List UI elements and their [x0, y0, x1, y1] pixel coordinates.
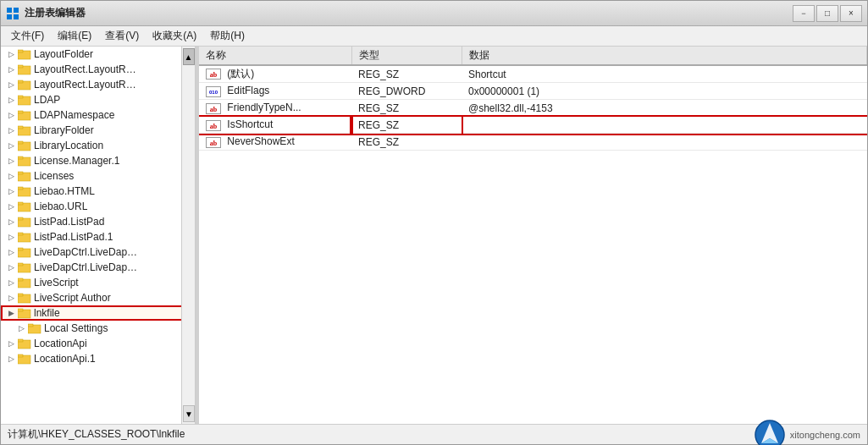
tree-item-localsettings[interactable]: ▷ Local Settings — [1, 321, 195, 336]
tree-item-ldap[interactable]: ▷ LDAP — [1, 92, 195, 107]
svg-rect-31 — [18, 248, 23, 250]
reg-sz-icon: ab — [206, 120, 221, 131]
table-row[interactable]: ab NeverShowExt REG_SZ — [199, 134, 867, 151]
expand-icon: ▷ — [4, 169, 18, 183]
tree-item-listpad1[interactable]: ▷ ListPad.ListPad.1 — [1, 229, 195, 244]
tree-item-ldapnamespace[interactable]: ▷ LDAPNamespace — [1, 107, 195, 123]
tree-item-licenses[interactable]: ▷ Licenses — [1, 168, 195, 184]
folder-icon — [18, 246, 31, 258]
cell-data: @shell32.dll,-4153 — [462, 100, 867, 117]
svg-rect-35 — [18, 278, 23, 281]
tree-item-layoutrect2[interactable]: ▷ LayoutRect.LayoutR… — [1, 77, 195, 92]
expand-icon: ▷ — [4, 78, 18, 91]
expand-icon: ▷ — [4, 93, 18, 107]
cell-type: REG_SZ — [351, 65, 462, 83]
tree-item-livedapctrl1[interactable]: ▷ LiveDapCtrl.LiveDap… — [1, 244, 195, 260]
expand-icon: ▷ — [4, 276, 18, 289]
expand-icon: ▷ — [4, 154, 18, 168]
svg-rect-2 — [7, 14, 12, 19]
folder-icon — [18, 170, 31, 182]
cell-data: Shortcut — [462, 65, 867, 83]
expand-icon: ▷ — [4, 184, 18, 198]
menu-help[interactable]: 帮助(H) — [203, 27, 252, 45]
table-row-isshortcut[interactable]: ab IsShortcut REG_SZ — [199, 117, 867, 134]
folder-icon — [18, 261, 31, 273]
maximize-button[interactable]: □ — [816, 5, 838, 22]
svg-rect-23 — [18, 187, 23, 190]
expand-icon: ▷ — [4, 230, 18, 244]
tree-item-livescript[interactable]: ▷ LiveScript — [1, 275, 195, 290]
reg-sz-icon: ab — [206, 103, 221, 114]
tree-item-layoutfolder[interactable]: ▷ LayoutFolder — [1, 47, 195, 62]
tree-item-listpad[interactable]: ▷ ListPad.ListPad — [1, 214, 195, 229]
svg-rect-19 — [18, 157, 23, 159]
tree-item-livescriptauthor[interactable]: ▷ LiveScript Author — [1, 290, 195, 305]
folder-icon — [28, 322, 41, 334]
tree-item-locationapi1[interactable]: ▷ LocationApi.1 — [1, 351, 195, 366]
title-bar: 注册表编辑器 － □ × — [1, 1, 867, 26]
table-row[interactable]: 010 EditFlags REG_DWORD 0x00000001 (1) — [199, 83, 867, 100]
expand-icon: ▷ — [4, 291, 18, 305]
tree-label: License.Manager.1 — [34, 155, 119, 167]
tree-item-librarylocation[interactable]: ▷ LibraryLocation — [1, 138, 195, 153]
main-area: ▷ LayoutFolder ▷ LayoutRect.LayoutR… ▷ L… — [1, 47, 867, 424]
folder-icon — [18, 185, 31, 197]
menu-edit[interactable]: 编辑(E) — [51, 27, 98, 45]
table-row[interactable]: ab FriendlyTypeN... REG_SZ @shell32.dll,… — [199, 100, 867, 117]
status-path: 计算机\HKEY_CLASSES_ROOT\lnkfile — [8, 427, 185, 442]
svg-rect-15 — [18, 126, 23, 129]
menu-view[interactable]: 查看(V) — [98, 27, 146, 45]
svg-rect-43 — [18, 339, 23, 342]
minimize-button[interactable]: － — [793, 5, 815, 22]
tree-item-livedapctrl2[interactable]: ▷ LiveDapCtrl.LiveDap… — [1, 260, 195, 275]
svg-rect-17 — [18, 141, 23, 144]
folder-icon — [18, 277, 31, 288]
scroll-thumb[interactable]: ▲ — [183, 48, 195, 65]
tree-item-liebaohtml[interactable]: ▷ Liebao.HTML — [1, 184, 195, 199]
cell-type: REG_SZ — [351, 100, 462, 117]
column-data[interactable]: 数据 — [462, 47, 867, 65]
tree-item-libraryfolder[interactable]: ▷ LibraryFolder — [1, 123, 195, 138]
expand-icon: ▷ — [4, 261, 18, 274]
expand-icon: ▷ — [4, 63, 18, 76]
folder-icon — [18, 155, 31, 167]
table-row[interactable]: ab (默认) REG_SZ Shortcut — [199, 65, 867, 83]
folder-icon — [18, 79, 31, 91]
expand-icon: ▷ — [14, 321, 28, 335]
cell-name: ab IsShortcut — [199, 117, 351, 134]
tree-label: LiveDapCtrl.LiveDap… — [34, 261, 137, 273]
cell-type: REG_SZ — [351, 117, 462, 134]
window-icon — [6, 7, 19, 20]
cell-data: 0x00000001 (1) — [462, 83, 867, 100]
svg-rect-5 — [18, 50, 23, 52]
tree-panel[interactable]: ▷ LayoutFolder ▷ LayoutRect.LayoutR… ▷ L… — [1, 47, 196, 424]
tree-item-liebaourl[interactable]: ▷ Liebao.URL — [1, 199, 195, 214]
cell-name: ab (默认) — [199, 65, 351, 83]
tree-item-lnkfile[interactable]: ▶ lnkfile — [1, 305, 195, 321]
expand-icon: ▷ — [4, 108, 18, 122]
svg-rect-29 — [18, 233, 23, 235]
tree-label: ListPad.ListPad — [34, 216, 104, 228]
folder-icon — [18, 231, 31, 243]
tree-item-licensemanager[interactable]: ▷ License.Manager.1 — [1, 153, 195, 168]
svg-rect-7 — [18, 65, 23, 68]
menu-favorites[interactable]: 收藏夹(A) — [146, 27, 203, 45]
menu-file[interactable]: 文件(F) — [4, 27, 51, 45]
tree-label: LayoutRect.LayoutR… — [34, 79, 136, 91]
close-button[interactable]: × — [840, 5, 862, 22]
cell-name: 010 EditFlags — [199, 83, 351, 100]
column-name[interactable]: 名称 — [199, 47, 351, 65]
cell-name: ab NeverShowExt — [199, 134, 351, 151]
cell-type: REG_DWORD — [351, 83, 462, 100]
scroll-thumb-bottom[interactable]: ▼ — [183, 405, 195, 422]
cell-data — [462, 117, 867, 134]
tree-label: LiveScript Author — [34, 292, 111, 304]
cell-name: ab FriendlyTypeN... — [199, 100, 351, 117]
expand-icon: ▷ — [4, 245, 18, 259]
tree-item-locationapi[interactable]: ▷ LocationApi — [1, 336, 195, 351]
tree-item-layoutrect1[interactable]: ▷ LayoutRect.LayoutR… — [1, 62, 195, 77]
tree-label: LayoutFolder — [34, 48, 93, 60]
column-type[interactable]: 类型 — [351, 47, 462, 65]
svg-rect-13 — [18, 111, 23, 113]
tree-scrollbar[interactable]: ▲ ▼ — [181, 47, 195, 424]
